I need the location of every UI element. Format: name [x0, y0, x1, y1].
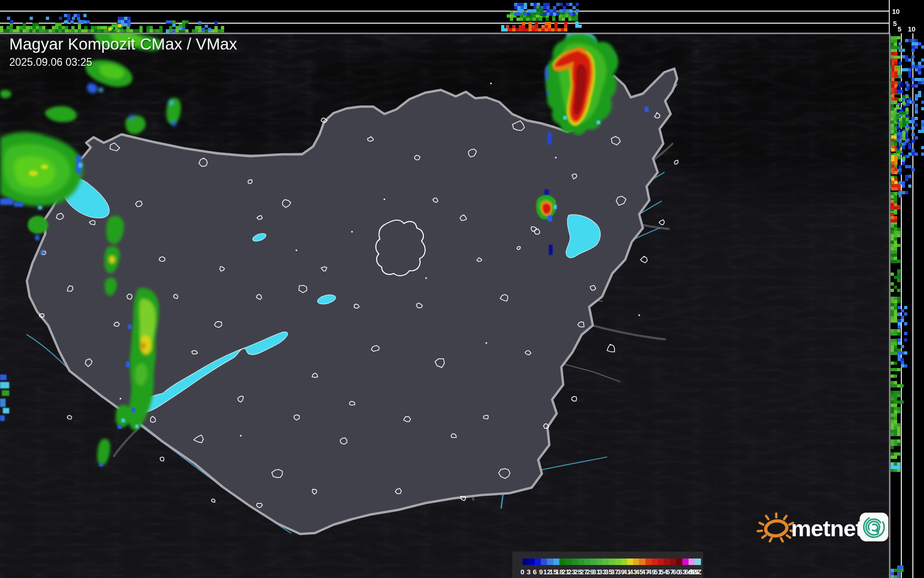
echo-pixel: [891, 466, 894, 469]
echo-pixel: [891, 52, 894, 55]
echo-pixel: [894, 171, 898, 174]
echo-pixel: [541, 25, 545, 28]
echo-pixel: [921, 78, 924, 81]
echo-pixel: [897, 452, 900, 456]
echo-pixel: [921, 45, 924, 49]
echo-pixel: [525, 28, 528, 32]
echo-pixel: [905, 39, 908, 42]
echo-pixel: [563, 6, 566, 9]
echo-pixel: [527, 13, 530, 16]
echo-pixel: [897, 135, 900, 139]
echo-pixel: [902, 111, 905, 114]
echo-pixel: [166, 20, 169, 24]
echo-pixel: [898, 351, 901, 355]
echo-pixel: [894, 192, 897, 195]
echo-pixel: [891, 282, 894, 286]
echo-pixel: [115, 24, 118, 27]
echo-pixel: [894, 404, 897, 407]
echo-pixel: [898, 338, 901, 342]
echo-pixel: [899, 49, 902, 52]
echo-pixel: [897, 90, 900, 93]
echo-pixel: [897, 569, 900, 572]
echo-pixel: [905, 175, 908, 178]
echo-pixel: [918, 65, 921, 68]
echo-pixel: [179, 27, 182, 30]
echo-pixel: [32, 29, 36, 32]
echo-pixel: [904, 332, 907, 335]
echo-pixel: [81, 29, 84, 32]
echo-pixel: [0, 29, 3, 32]
echo-pixel: [527, 9, 530, 13]
echo-pixel: [900, 83, 903, 87]
legend-cell: [584, 559, 591, 565]
echo-pixel: [905, 108, 909, 111]
echo-pixel: [562, 14, 565, 18]
echo-pixel: [548, 22, 551, 25]
echo-pixel: [891, 234, 894, 237]
echo-pixel: [894, 316, 897, 319]
echo-pixel: [891, 349, 894, 352]
echo-pixel: [176, 26, 179, 29]
echo-pixel: [911, 45, 915, 49]
echo-pixel: [905, 58, 908, 62]
legend-cell: [590, 559, 597, 565]
echo-pixel: [88, 29, 91, 32]
echo-pixel: [556, 13, 559, 16]
echo-pixel: [894, 469, 897, 472]
town-dot: [383, 198, 385, 200]
echo-pixel: [894, 43, 897, 46]
echo-pixel: [169, 26, 172, 29]
echo-pixel: [894, 349, 897, 352]
legend-cell: [695, 559, 701, 565]
echo-pixel: [29, 26, 32, 29]
echo-pixel: [891, 289, 894, 292]
echo-pixel: [897, 132, 900, 135]
echo-pixel: [564, 25, 567, 28]
echo-pixel: [921, 81, 924, 84]
echo-pixel: [522, 28, 525, 32]
echo-pixel: [23, 29, 26, 32]
legend-cell: [689, 559, 695, 565]
echo-pixel: [891, 43, 894, 46]
echo-pixel: [891, 101, 894, 104]
echo-pixel: [905, 118, 909, 121]
legend-cell: [559, 559, 566, 565]
echo-pixel: [46, 17, 49, 20]
echo-pixel: [504, 28, 508, 32]
echo-pixel: [891, 345, 894, 349]
echo-pixel: [77, 14, 80, 17]
echo-pixel: [894, 417, 897, 420]
echo-pixel: [891, 206, 894, 210]
echo-pixel: [891, 127, 894, 130]
echo-pixel: [19, 29, 23, 32]
echo-pixel: [894, 433, 897, 436]
echo-pixel: [894, 381, 897, 384]
echo-pixel: [891, 439, 894, 443]
echo-pixel: [897, 463, 900, 466]
echo-pixel: [894, 36, 897, 39]
echo-pixel: [915, 152, 918, 156]
echo-pixel: [548, 28, 551, 32]
echo-pixel: [894, 257, 897, 260]
echo-pixel: [546, 18, 549, 21]
echo-pixel: [891, 446, 894, 449]
echo-pixel: [535, 25, 538, 28]
echo-pixel: [891, 397, 894, 400]
echo-pixel: [894, 234, 897, 237]
echo-pixel: [897, 276, 900, 279]
echo-pixel: [532, 28, 535, 32]
echo-pixel: [894, 178, 898, 181]
echo-pixel: [891, 452, 894, 456]
echo-pixel: [891, 339, 894, 342]
echo-pixel: [528, 28, 532, 32]
echo-pixel: [550, 9, 553, 13]
legend-cell: [664, 559, 670, 565]
echo-pixel: [534, 9, 537, 13]
echo-pixel: [900, 565, 904, 569]
echo-pixel: [921, 58, 924, 62]
echo-pixel: [45, 29, 49, 32]
echo-pixel: [897, 469, 900, 472]
echo-pixel: [894, 247, 897, 250]
echo-pixel: [891, 407, 894, 410]
echo-pixel: [58, 23, 62, 26]
